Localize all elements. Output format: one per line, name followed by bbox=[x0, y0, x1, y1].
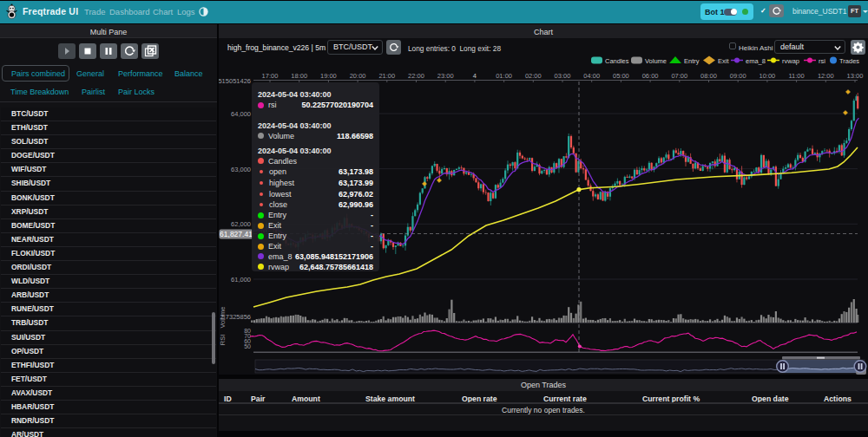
svg-text:50: 50 bbox=[244, 343, 251, 349]
svg-text:64,000: 64,000 bbox=[231, 110, 251, 118]
svg-text:19:00: 19:00 bbox=[320, 72, 337, 80]
svg-text:17:00: 17:00 bbox=[262, 72, 279, 80]
svg-text:12:00: 12:00 bbox=[818, 72, 834, 80]
svg-text:ema_8: ema_8 bbox=[746, 57, 766, 65]
svg-text:62,000: 62,000 bbox=[231, 220, 251, 228]
svg-text:06:00: 06:00 bbox=[642, 72, 659, 80]
svg-text:11:00: 11:00 bbox=[788, 72, 804, 80]
svg-text:4: 4 bbox=[473, 72, 477, 80]
svg-text:61,000: 61,000 bbox=[231, 276, 251, 284]
svg-text:18:00: 18:00 bbox=[291, 72, 307, 80]
svg-text:Trades: Trades bbox=[839, 57, 859, 65]
svg-text:02:00: 02:00 bbox=[525, 72, 542, 80]
svg-text:01:00: 01:00 bbox=[496, 72, 512, 80]
svg-text:10:00: 10:00 bbox=[760, 72, 776, 80]
svg-text:61,827.41: 61,827.41 bbox=[220, 230, 253, 238]
svg-text:05:00: 05:00 bbox=[613, 72, 629, 80]
svg-text:63,000: 63,000 bbox=[231, 166, 251, 173]
svg-text:13:00: 13:00 bbox=[847, 72, 864, 80]
svg-text:Volume: Volume bbox=[645, 57, 667, 65]
svg-text:23:00: 23:00 bbox=[437, 72, 454, 80]
svg-text:09:00: 09:00 bbox=[730, 72, 746, 80]
svg-text:21:00: 21:00 bbox=[378, 72, 395, 80]
svg-text:03:00: 03:00 bbox=[555, 72, 571, 80]
svg-text:Candles: Candles bbox=[605, 57, 629, 65]
svg-text:22:00: 22:00 bbox=[408, 72, 424, 80]
svg-text:rsi: rsi bbox=[819, 57, 825, 65]
svg-text:Entry: Entry bbox=[684, 57, 700, 65]
svg-text:04:00: 04:00 bbox=[583, 72, 600, 80]
svg-text:RSI: RSI bbox=[219, 335, 227, 346]
svg-text:20:00: 20:00 bbox=[350, 72, 366, 80]
svg-text:07:00: 07:00 bbox=[671, 72, 687, 80]
svg-text:Volume: Volume bbox=[219, 306, 227, 328]
svg-text:rvwap: rvwap bbox=[782, 57, 799, 65]
svg-text:08:00: 08:00 bbox=[700, 72, 717, 80]
svg-text:515051426: 515051426 bbox=[219, 77, 251, 85]
svg-text:Exit: Exit bbox=[718, 57, 729, 65]
